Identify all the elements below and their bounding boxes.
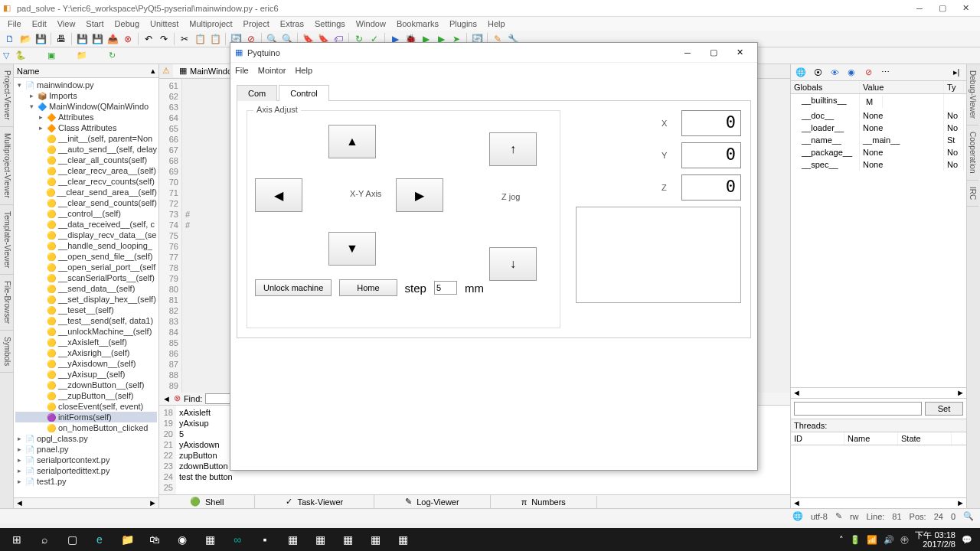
- btab-log-viewer[interactable]: ✎Log-Viewer: [374, 495, 490, 508]
- tree-item[interactable]: 🟡__xAxisrigh__(self): [15, 347, 157, 358]
- hscroll-left-icon[interactable]: ◄: [792, 388, 801, 398]
- app2-icon[interactable]: ▦: [279, 529, 306, 550]
- chrome-icon[interactable]: ◉: [168, 529, 196, 550]
- col-state[interactable]: State: [898, 432, 952, 445]
- btab-task-viewer[interactable]: ✓Task-Viewer: [255, 495, 374, 508]
- menu-file[interactable]: File: [3, 19, 26, 28]
- tree-item[interactable]: ▸📄serialportcontext.py: [15, 455, 157, 465]
- btab-numbers[interactable]: πNumbers: [491, 496, 597, 508]
- sync-icon[interactable]: ↻: [109, 51, 116, 60]
- vtab-symbols[interactable]: Symbols: [0, 331, 13, 373]
- tree-item[interactable]: 🟡__control__(self): [15, 208, 157, 219]
- notifications-icon[interactable]: 💬: [962, 535, 972, 545]
- tree-item[interactable]: 🟡__open_send_file__(self): [15, 251, 157, 262]
- menu-unittest[interactable]: Unittest: [145, 19, 183, 28]
- menu-edit[interactable]: Edit: [28, 19, 51, 28]
- nav-back-icon[interactable]: ◄: [162, 394, 171, 403]
- tree-item[interactable]: 🟡__teset__(self): [15, 305, 157, 315]
- sub-menu-file[interactable]: File: [235, 66, 249, 75]
- tray-vol-icon[interactable]: 🔊: [884, 535, 894, 545]
- globals-table[interactable]: Globals Value Ty __builtins__M__doc__Non…: [791, 81, 966, 387]
- tree-item[interactable]: 🟡__auto_send__(self, delay: [15, 144, 157, 155]
- app5-icon[interactable]: ▦: [361, 529, 389, 550]
- tray-up-icon[interactable]: ˄: [839, 535, 844, 545]
- search-button[interactable]: ⌕: [31, 529, 58, 550]
- break-icon[interactable]: ◉: [844, 66, 858, 80]
- folder-icon[interactable]: 📁: [77, 51, 87, 60]
- x-left-button[interactable]: ◀: [255, 178, 302, 212]
- col-id[interactable]: ID: [791, 432, 844, 445]
- th-scroll-right-icon[interactable]: ►: [956, 498, 965, 508]
- terminal-icon[interactable]: ▪: [251, 529, 279, 550]
- tree-item[interactable]: 🟡__send_data__(self): [15, 283, 157, 294]
- y-down-button[interactable]: ▼: [328, 232, 376, 266]
- tree-item[interactable]: 🟡__scanSerialPorts__(self): [15, 272, 157, 283]
- vtab-file-browser[interactable]: File-Browser: [0, 275, 13, 331]
- var-row[interactable]: __loader__NoneNo: [791, 122, 966, 134]
- tree-item[interactable]: ▾🔷MainWindow(QMainWindo: [15, 101, 157, 112]
- tree-item[interactable]: 🟡__handle_send_looping_: [15, 240, 157, 251]
- var-row[interactable]: __name____main__St: [791, 134, 966, 146]
- col-globals[interactable]: Globals: [791, 81, 860, 93]
- tree-item[interactable]: 🟡__data_received__(self, c: [15, 219, 157, 230]
- unlock-button[interactable]: Unlock machine: [255, 279, 332, 296]
- paste-icon[interactable]: 📋: [208, 32, 222, 46]
- sub-minimize-button[interactable]: ─: [675, 44, 701, 62]
- scroll-right-icon[interactable]: ►: [149, 498, 157, 508]
- tree-item[interactable]: 🟡__xAxisleft__(self): [15, 337, 157, 347]
- copy-icon[interactable]: 📋: [193, 32, 207, 46]
- tree-item[interactable]: ▾📄mainwindow.py: [15, 80, 157, 90]
- vtab-cooperation[interactable]: Cooperation: [967, 126, 978, 180]
- tree-item[interactable]: 🟡__yAxisup__(self): [15, 369, 157, 380]
- locals-icon[interactable]: ⦿: [811, 66, 825, 80]
- scroll-left-icon[interactable]: ◄: [15, 498, 24, 508]
- menu-start[interactable]: Start: [81, 19, 108, 28]
- tree-item[interactable]: 🟣initForms(self): [15, 412, 157, 422]
- col-value[interactable]: Value: [860, 81, 944, 93]
- clock[interactable]: 下午 03:18 2017/2/8: [915, 530, 956, 549]
- tree-item[interactable]: 🟡on_homeButton_clicked: [15, 422, 157, 433]
- tree-item[interactable]: ▸📄opgl_class.py: [15, 433, 157, 444]
- var-row[interactable]: __doc__NoneNo: [791, 109, 966, 122]
- tree-item[interactable]: ▸🔶Attributes: [15, 112, 157, 122]
- thread-columns[interactable]: ID Name State: [791, 432, 966, 445]
- var-row[interactable]: __package__NoneNo: [791, 146, 966, 158]
- close-file-icon[interactable]: ⊗: [121, 32, 135, 46]
- tree-item[interactable]: 🟡__init__(self, parent=Non: [15, 133, 157, 144]
- tray-ime-icon[interactable]: ㊥: [900, 534, 909, 546]
- vtab-project-viewer[interactable]: Project-Viewer: [0, 64, 13, 127]
- tree-item[interactable]: 🟡__zupButton__(self): [15, 390, 157, 401]
- menu-bookmarks[interactable]: Bookmarks: [392, 19, 443, 28]
- menu-multiproject[interactable]: Multiproject: [185, 19, 237, 28]
- tree-item[interactable]: ▸🔶Class Attributes: [15, 122, 157, 133]
- app4-icon[interactable]: ▦: [334, 529, 361, 550]
- saveas-icon[interactable]: 💾: [90, 32, 104, 46]
- menu-plugins[interactable]: Plugins: [445, 19, 482, 28]
- th-scroll-left-icon[interactable]: ◄: [792, 498, 801, 508]
- var-row[interactable]: __spec__NoneNo: [791, 158, 966, 171]
- cut-icon[interactable]: ✂: [178, 32, 191, 46]
- tray-net-icon[interactable]: 📶: [867, 535, 877, 545]
- tree-item[interactable]: 🟡closeEvent(self, event): [15, 401, 157, 412]
- menu-help[interactable]: Help: [483, 19, 510, 28]
- tree-item[interactable]: 🟡__clear_recv_counts(self): [15, 176, 157, 187]
- tray-battery-icon[interactable]: 🔋: [850, 535, 861, 545]
- set-input[interactable]: [794, 402, 922, 416]
- more-icon[interactable]: ⋯: [878, 66, 892, 80]
- tree-expand-icon[interactable]: ▣: [47, 51, 55, 60]
- z-down-button[interactable]: ↓: [489, 247, 537, 281]
- exception-icon[interactable]: ⊘: [861, 66, 875, 80]
- app1-icon[interactable]: ▦: [196, 529, 224, 550]
- globals-icon[interactable]: 🌐: [794, 66, 808, 80]
- menu-project[interactable]: Project: [239, 19, 274, 28]
- tree-item[interactable]: ▸📦Imports: [15, 90, 157, 101]
- minimize-button[interactable]: ─: [908, 1, 931, 16]
- col-name[interactable]: Name: [844, 432, 898, 445]
- undo-icon[interactable]: ↶: [142, 32, 155, 46]
- home-button[interactable]: Home: [339, 279, 397, 296]
- edge-icon[interactable]: e: [86, 529, 113, 550]
- tree-body[interactable]: ▾📄mainwindow.py▸📦Imports▾🔷MainWindow(QMa…: [14, 78, 158, 497]
- btab-shell[interactable]: 🟢Shell: [159, 495, 255, 508]
- explorer-icon[interactable]: 📁: [113, 529, 141, 550]
- start-button[interactable]: ⊞: [3, 529, 31, 550]
